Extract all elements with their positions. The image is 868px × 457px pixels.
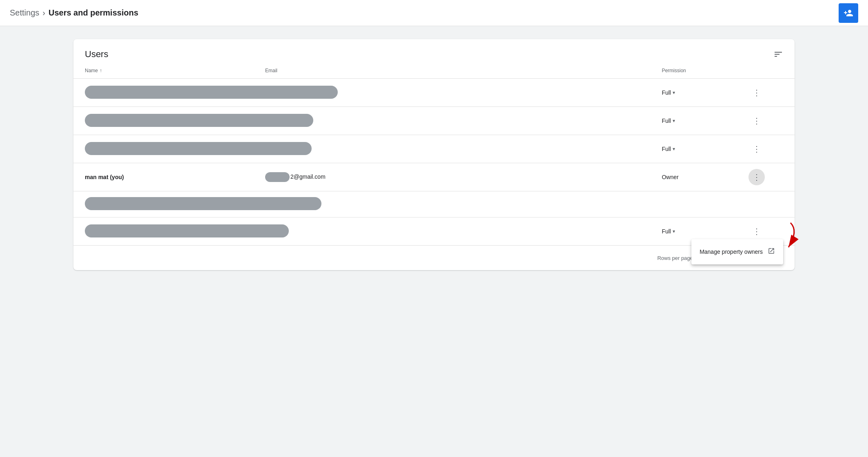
row4-permission: Owner — [650, 163, 737, 191]
table-row: Full ▾ ⋮ — [73, 107, 795, 135]
chevron-down-icon[interactable]: ▾ — [673, 146, 675, 152]
table-body: Full ▾ ⋮ Full — [73, 79, 795, 246]
row6-name-email — [73, 217, 650, 246]
table-row-you: man mat (you) 2@gmail.com Owner ⋮ — [73, 163, 795, 191]
card-title: Users — [85, 49, 108, 60]
users-card: Users Name ↑ Email Permission — [73, 39, 795, 270]
table-row: Full ▾ ⋮ — [73, 79, 795, 107]
table-head: Name ↑ Email Permission — [73, 63, 795, 79]
table-row: Full ▾ ⋮ — [73, 135, 795, 163]
more-options-button[interactable]: ⋮ — [748, 84, 765, 101]
more-options-button[interactable]: ⋮ — [748, 223, 765, 240]
row2-name-email — [73, 107, 650, 135]
filter-icon[interactable] — [773, 49, 783, 59]
row5-actions — [737, 191, 795, 217]
row5-name-email — [73, 191, 650, 217]
more-options-button[interactable]: ⋮ — [748, 141, 765, 157]
external-link-icon — [768, 247, 775, 256]
row1-actions: ⋮ — [737, 79, 795, 107]
table-row: Full ▾ ⋮ — [73, 217, 795, 246]
row3-actions: ⋮ — [737, 135, 795, 163]
row4-name: man mat (you) — [73, 163, 254, 191]
users-table: Name ↑ Email Permission — [73, 63, 795, 245]
card-header: Users — [73, 39, 795, 63]
redacted-bar — [85, 224, 289, 237]
chevron-down-icon[interactable]: ▾ — [673, 228, 675, 234]
row5-permission — [650, 191, 737, 217]
sort-icon[interactable]: ↑ — [100, 68, 102, 73]
breadcrumb: Settings › Users and permissions — [10, 8, 138, 18]
row3-permission: Full ▾ — [650, 135, 737, 163]
manage-property-owners-item[interactable]: Manage property owners — [691, 242, 783, 261]
col-header-name: Name ↑ — [73, 63, 254, 79]
more-options-button[interactable]: ⋮ — [748, 113, 765, 129]
page-header: Settings › Users and permissions — [0, 0, 868, 26]
add-user-button[interactable] — [839, 3, 858, 23]
col-header-actions — [737, 63, 795, 79]
row1-name-email — [73, 79, 650, 107]
table-row — [73, 191, 795, 217]
breadcrumb-settings[interactable]: Settings — [10, 8, 39, 18]
more-options-button-active[interactable]: ⋮ — [748, 169, 765, 185]
row4-actions: ⋮ — [737, 163, 795, 191]
redacted-bar — [265, 172, 290, 182]
col-header-email: Email — [254, 63, 650, 79]
row3-name-email — [73, 135, 650, 163]
context-menu: Manage property owners — [691, 239, 783, 264]
col-header-permission: Permission — [650, 63, 737, 79]
page-title: Users and permissions — [49, 8, 138, 18]
row1-permission: Full ▾ — [650, 79, 737, 107]
redacted-bar — [85, 86, 338, 99]
row4-email: 2@gmail.com — [254, 163, 650, 191]
redacted-bar — [85, 142, 312, 155]
rows-per-page-label: Rows per page: — [657, 255, 694, 261]
breadcrumb-chevron: › — [42, 8, 45, 18]
card-footer: Rows per page: 10 ▾ 1-6 of 6 ‹ › — [73, 245, 795, 270]
row2-permission: Full ▾ — [650, 107, 737, 135]
redacted-bar — [85, 197, 321, 210]
chevron-down-icon[interactable]: ▾ — [673, 90, 675, 95]
row2-actions: ⋮ — [737, 107, 795, 135]
chevron-down-icon[interactable]: ▾ — [673, 118, 675, 124]
redacted-bar — [85, 114, 313, 127]
main-content: Users Name ↑ Email Permission — [0, 26, 868, 283]
